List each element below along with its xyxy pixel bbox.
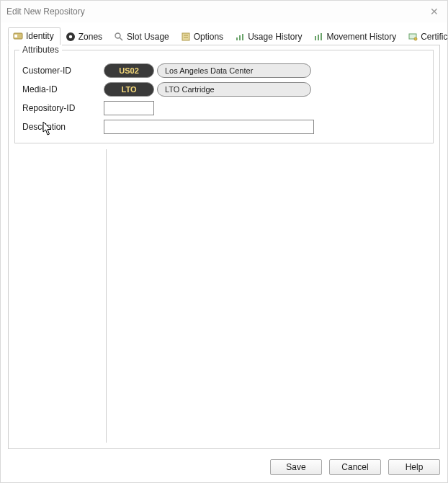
tab-label: Movement History: [326, 32, 396, 42]
close-icon[interactable]: ✕: [427, 4, 442, 19]
customer-name-pill[interactable]: Los Angeles Data Center: [157, 63, 311, 78]
help-button[interactable]: Help: [388, 459, 440, 475]
dialog-window: Edit New Repository ✕ Identity Zones Slo…: [0, 0, 448, 483]
tab-bar: Identity Zones Slot Usage Options Usage …: [1, 22, 447, 45]
tab-options[interactable]: Options: [176, 28, 230, 45]
label-media-id: Media-ID: [22, 84, 98, 94]
svg-point-16: [414, 37, 417, 40]
tab-zones[interactable]: Zones: [61, 28, 109, 45]
svg-rect-9: [236, 37, 238, 40]
titlebar: Edit New Repository ✕: [1, 1, 447, 22]
tab-label: Identity: [26, 31, 54, 41]
window-title: Edit New Repository: [6, 6, 427, 17]
tab-certification[interactable]: Certification: [403, 28, 448, 45]
svg-line-5: [120, 37, 122, 40]
tab-slot-usage[interactable]: Slot Usage: [109, 28, 176, 45]
fieldset-legend: Attributes: [19, 45, 62, 55]
lower-left-column: [14, 149, 107, 443]
search-icon: [114, 32, 124, 42]
tab-label: Certification: [421, 32, 448, 42]
save-button[interactable]: Save: [270, 459, 322, 475]
description-input[interactable]: [104, 120, 314, 134]
svg-rect-10: [239, 35, 241, 40]
row-description: Description: [22, 120, 426, 134]
row-media-id: Media-ID LTO LTO Cartridge: [22, 82, 426, 97]
svg-rect-1: [14, 35, 17, 37]
tab-content: Attributes Customer-ID US02 Los Angeles …: [8, 45, 440, 449]
svg-rect-6: [182, 33, 189, 40]
zones-icon: [66, 32, 76, 42]
tab-identity[interactable]: Identity: [8, 27, 61, 45]
certificate-icon: [408, 32, 418, 42]
label-description: Description: [22, 122, 98, 132]
attributes-fieldset: Attributes Customer-ID US02 Los Angeles …: [14, 50, 434, 143]
tab-label: Options: [194, 32, 223, 42]
customer-code-pill[interactable]: US02: [104, 63, 154, 78]
tab-movement-history[interactable]: Movement History: [308, 28, 403, 45]
media-code-pill[interactable]: LTO: [104, 82, 154, 97]
label-customer-id: Customer-ID: [22, 66, 98, 76]
svg-point-3: [69, 35, 72, 38]
row-customer-id: Customer-ID US02 Los Angeles Data Center: [22, 63, 426, 78]
label-repository-id: Repository-ID: [22, 103, 98, 113]
svg-rect-14: [321, 33, 322, 40]
svg-rect-12: [315, 36, 316, 40]
svg-point-4: [115, 33, 120, 38]
media-name-pill[interactable]: LTO Cartridge: [157, 82, 311, 97]
tab-label: Usage History: [248, 32, 302, 42]
lower-panel: [14, 149, 434, 443]
repository-id-input[interactable]: [104, 101, 154, 115]
lower-right-column: [107, 149, 434, 443]
chart-icon: [235, 32, 245, 42]
svg-rect-11: [242, 34, 243, 40]
movement-icon: [313, 32, 323, 42]
tab-label: Zones: [79, 32, 102, 42]
svg-rect-13: [318, 35, 319, 40]
dialog-buttons: Save Cancel Help: [1, 455, 447, 482]
identity-icon: [13, 31, 23, 41]
tab-usage-history[interactable]: Usage History: [230, 28, 308, 45]
options-icon: [181, 32, 191, 42]
row-repository-id: Repository-ID: [22, 101, 426, 115]
tab-label: Slot Usage: [127, 32, 169, 42]
cancel-button[interactable]: Cancel: [329, 459, 381, 475]
